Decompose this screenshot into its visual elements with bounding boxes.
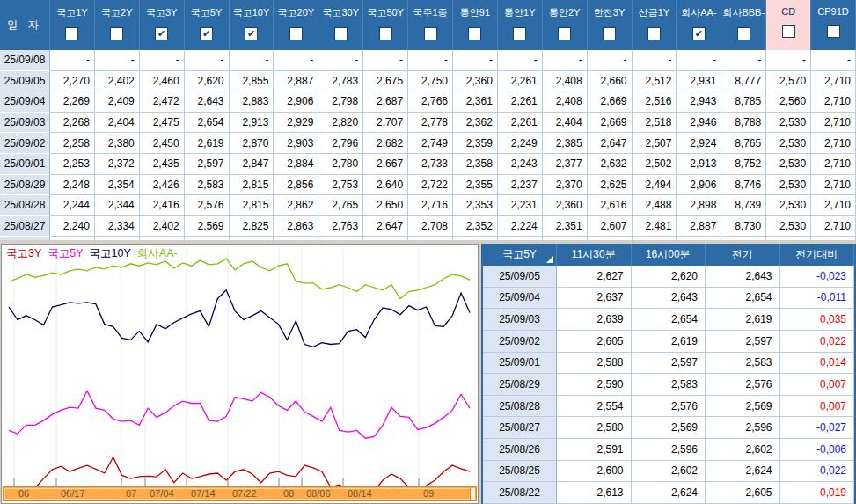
rate-cell: 2,765: [318, 195, 363, 216]
quote-delta-cell: 0,007: [780, 396, 855, 418]
rate-cell: 2,643: [185, 91, 230, 113]
chart-scrollbar-thumb[interactable]: [470, 488, 475, 500]
column-header-label: 회사AA-: [681, 6, 716, 19]
column-header[interactable]: 국고1Y: [50, 0, 95, 50]
rate-cell: -: [408, 50, 453, 71]
rate-cell: 8,788: [721, 113, 766, 134]
rate-cell: 8,730: [721, 216, 766, 237]
rate-cell: 2,507: [633, 133, 677, 154]
rate-cell: 2,640: [363, 175, 408, 196]
rate-cell: 2,530: [766, 113, 811, 134]
rate-cell: 2,261: [498, 71, 543, 92]
column-header[interactable]: 국주1종: [408, 0, 453, 50]
chart-scrollbar[interactable]: 0606/170707/0407/1407/220808/0608/1409: [3, 486, 477, 501]
column-header[interactable]: 국고50Y: [363, 0, 408, 50]
column-checkbox-checked[interactable]: ✔: [245, 27, 258, 40]
quote-date-cell: 25/08/27: [483, 417, 557, 439]
column-header-label: 한전3Y: [594, 6, 625, 19]
rate-cell: [721, 237, 766, 240]
column-header[interactable]: 회사BBB-: [721, 0, 766, 50]
column-checkbox[interactable]: [782, 25, 795, 38]
rate-cell: 2,481: [633, 216, 677, 237]
rate-cell: 2,607: [588, 216, 633, 237]
rate-cell: 2,906: [274, 91, 318, 113]
row-date-cell: 25/09/03: [0, 113, 50, 134]
column-checkbox-checked[interactable]: ✔: [200, 27, 213, 40]
column-header[interactable]: 한전3Y: [588, 0, 633, 50]
quote-delta-cell: 0,019: [780, 482, 855, 504]
column-header-label: 통안1Y: [504, 6, 535, 19]
column-header[interactable]: 국고3Y✔: [140, 0, 185, 50]
rate-cell: 2,863: [274, 216, 318, 237]
rate-cell: [543, 237, 588, 240]
rate-cell: 2,237: [498, 175, 543, 196]
rates-table: 일 자국고1Y국고2Y국고3Y✔국고5Y✔국고10Y✔국고20Y국고30Y국고5…: [0, 0, 856, 240]
rate-cell: 2,243: [498, 154, 543, 175]
rate-cell: 2,268: [50, 113, 95, 134]
quote-date-cell: 25/08/22: [483, 482, 557, 504]
column-header[interactable]: 산금1Y: [633, 0, 677, 50]
column-header[interactable]: 국고5Y✔: [185, 0, 230, 50]
column-checkbox[interactable]: [737, 27, 750, 40]
rate-cell: 2,669: [588, 113, 633, 134]
rate-cell: 2,269: [50, 91, 95, 113]
rate-cell: 8,739: [721, 195, 766, 216]
quote-1130-cell: 2,588: [557, 353, 632, 375]
column-header[interactable]: CP91D: [811, 0, 856, 50]
rate-cell: 2,931: [677, 71, 721, 92]
column-checkbox[interactable]: [827, 25, 840, 38]
column-header[interactable]: 국고30Y: [318, 0, 363, 50]
rate-cell: 2,707: [363, 113, 408, 134]
column-checkbox[interactable]: [110, 27, 123, 40]
column-header-label: 통안91: [460, 6, 490, 19]
column-header[interactable]: 회사AA-✔: [677, 0, 721, 50]
rate-cell: [185, 237, 230, 240]
quote-delta-cell: 0,035: [780, 309, 855, 331]
column-checkbox[interactable]: [468, 27, 481, 40]
column-header[interactable]: 통안2Y: [543, 0, 588, 50]
column-checkbox-checked[interactable]: ✔: [155, 27, 168, 40]
column-checkbox[interactable]: [289, 27, 303, 40]
column-checkbox[interactable]: [334, 27, 348, 40]
column-header[interactable]: 국고10Y✔: [230, 0, 274, 50]
column-header[interactable]: 국고20Y: [274, 0, 318, 50]
rate-cell: 2,426: [140, 175, 185, 196]
column-header[interactable]: 통안91: [453, 0, 498, 50]
rate-cell: 2,667: [363, 154, 408, 175]
rate-cell: 2,710: [811, 195, 856, 216]
rate-cell: 2,385: [543, 133, 588, 154]
column-header[interactable]: CD: [766, 0, 811, 50]
quote-1600-cell: 2,624: [632, 482, 706, 504]
rate-cell: 2,660: [588, 71, 633, 92]
column-header[interactable]: 통안1Y: [498, 0, 543, 50]
quote-date-cell: 25/09/02: [483, 331, 557, 353]
column-checkbox[interactable]: [647, 27, 661, 40]
column-checkbox[interactable]: [424, 27, 437, 40]
quote-1600-cell: 2,654: [632, 309, 706, 331]
rate-cell: 2,887: [274, 71, 318, 92]
rate-cell: 2,815: [230, 175, 274, 196]
rate-cell: 2,825: [230, 216, 274, 237]
column-header[interactable]: 국고2Y: [95, 0, 140, 50]
rate-cell: 2,796: [318, 133, 363, 154]
quote-1130-cell: 2,580: [557, 417, 632, 439]
quote-1600-cell: 2,596: [632, 439, 706, 461]
column-checkbox[interactable]: [558, 27, 571, 40]
column-checkbox[interactable]: [603, 27, 616, 40]
rate-cell: 2,750: [408, 71, 453, 92]
quote-prev-cell: 2,583: [706, 353, 780, 375]
column-checkbox[interactable]: [379, 27, 392, 40]
quote-delta-cell: -0,006: [780, 439, 855, 461]
rate-cell: 2,240: [50, 216, 95, 237]
rate-cell: [318, 237, 363, 240]
rate-cell: 2,783: [318, 71, 363, 92]
column-checkbox[interactable]: [65, 27, 78, 40]
series-selector-header[interactable]: 국고5Y: [483, 244, 557, 266]
quote-1130-cell: 2,627: [557, 266, 632, 288]
rate-cell: 2,654: [185, 113, 230, 134]
column-checkbox[interactable]: [513, 27, 526, 40]
column-checkbox-checked[interactable]: ✔: [692, 27, 706, 40]
quote-table: 국고5Y11시30분16시00분전기전기대비25/09/052,6272,620…: [481, 244, 856, 504]
quote-delta-cell: -0,023: [780, 266, 855, 288]
quote-1130-cell: 2,591: [557, 439, 632, 461]
